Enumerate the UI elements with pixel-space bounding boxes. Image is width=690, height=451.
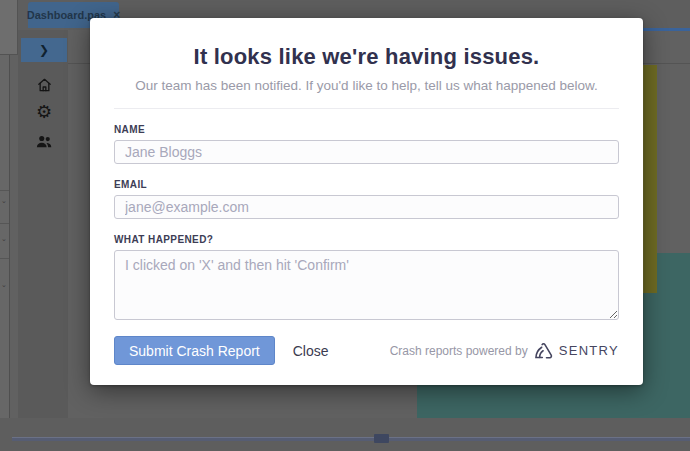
comments-label: WHAT HAPPENED?: [114, 234, 619, 245]
close-dialog-button[interactable]: Close: [293, 343, 329, 359]
chevron-down-icon: ⌄: [1, 235, 7, 242]
left-panel-edge: ⌄ ⌄ ⌄: [0, 55, 10, 451]
icon-sidebar: ❯ ⚙: [18, 30, 68, 430]
divider: [0, 258, 9, 259]
gear-icon: ⚙: [36, 103, 52, 121]
users-icon: [35, 134, 53, 149]
crash-report-dialog: It looks like we're having issues. Our t…: [90, 18, 643, 385]
sentry-branding: Crash reports powered by SENTRY: [390, 342, 619, 359]
dialog-footer: Submit Crash Report Close Crash reports …: [114, 336, 619, 365]
sidebar-toggle-button[interactable]: ❯: [21, 38, 67, 62]
chevron-down-icon: ⌄: [1, 197, 7, 204]
chevron-right-icon: ❯: [39, 43, 49, 57]
home-icon: [36, 77, 53, 93]
sentry-wordmark: SENTRY: [559, 343, 619, 358]
chevron-down-icon: ⌄: [1, 281, 7, 288]
divider: [0, 223, 9, 224]
name-input[interactable]: [114, 140, 619, 164]
powered-by-text: Crash reports powered by: [390, 344, 528, 358]
dialog-subtitle: Our team has been notified. If you'd lik…: [114, 78, 619, 94]
sidebar-item-users[interactable]: [34, 132, 54, 150]
email-label: EMAIL: [114, 179, 619, 190]
comments-textarea[interactable]: [114, 250, 619, 320]
scrollbar-handle[interactable]: [374, 434, 389, 443]
divider: [0, 190, 9, 191]
horizontal-scrollbar[interactable]: [12, 437, 690, 441]
yellow-form-panel: [643, 65, 657, 293]
sidebar-item-settings[interactable]: ⚙: [34, 103, 54, 121]
sentry-logo-icon: [534, 342, 553, 359]
bottom-area: [0, 418, 690, 451]
sidebar-item-home[interactable]: [34, 76, 54, 94]
divider: [114, 108, 619, 109]
dialog-title: It looks like we're having issues.: [114, 44, 619, 70]
corner-panel: [0, 0, 18, 55]
email-input[interactable]: [114, 195, 619, 219]
name-label: NAME: [114, 124, 619, 135]
submit-crash-report-button[interactable]: Submit Crash Report: [114, 336, 275, 365]
